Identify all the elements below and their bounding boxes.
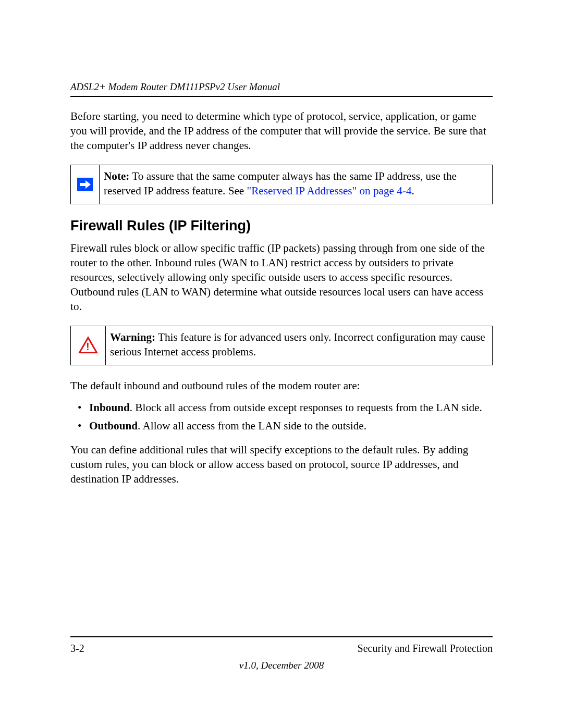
- warning-text: Warning: This feature is for advanced us…: [106, 326, 492, 365]
- bullet-label: Inbound: [89, 401, 130, 414]
- rules-intro: The default inbound and outbound rules o…: [70, 379, 493, 393]
- warning-triangle-icon: !: [78, 336, 98, 353]
- section-heading: Firewall Rules (IP Filtering): [70, 218, 493, 234]
- footer-rule: [70, 636, 493, 637]
- doc-version: v1.0, December 2008: [70, 660, 493, 671]
- warning-body: This feature is for advanced users only.…: [110, 331, 485, 358]
- list-item: Inbound. Block all access from outside e…: [70, 400, 493, 416]
- note-icon-cell: [71, 165, 100, 204]
- header-rule: [70, 96, 493, 97]
- list-item: Outbound. Allow all access from the LAN …: [70, 418, 493, 434]
- section-para-1: Firewall rules block or allow specific t…: [70, 241, 493, 314]
- chapter-title: Security and Firewall Protection: [358, 643, 493, 655]
- warning-icon-cell: !: [71, 326, 106, 365]
- note-callout: Note: To assure that the same computer a…: [70, 165, 493, 204]
- arrow-right-icon: [77, 178, 93, 191]
- bullet-text: . Allow all access from the LAN side to …: [138, 419, 366, 432]
- rules-list: Inbound. Block all access from outside e…: [70, 400, 493, 434]
- warning-label: Warning:: [110, 331, 155, 343]
- intro-paragraph: Before starting, you need to determine w…: [70, 109, 493, 153]
- bullet-text: . Block all access from outside except r…: [130, 401, 482, 414]
- note-text: Note: To assure that the same computer a…: [100, 165, 492, 204]
- warning-callout: ! Warning: This feature is for advanced …: [70, 326, 493, 365]
- rules-outro: You can define additional rules that wil…: [70, 443, 493, 487]
- running-header: ADSL2+ Modem Router DM111PSPv2 User Manu…: [70, 81, 493, 93]
- reserved-ip-link[interactable]: "Reserved IP Addresses" on page 4-4: [247, 184, 412, 197]
- bullet-label: Outbound: [89, 419, 138, 432]
- note-label: Note:: [104, 170, 129, 182]
- note-body-after: .: [412, 184, 414, 197]
- page-footer: 3-2 Security and Firewall Protection v1.…: [70, 636, 493, 671]
- page-content: ADSL2+ Modem Router DM111PSPv2 User Manu…: [70, 81, 493, 498]
- page-number: 3-2: [70, 643, 84, 655]
